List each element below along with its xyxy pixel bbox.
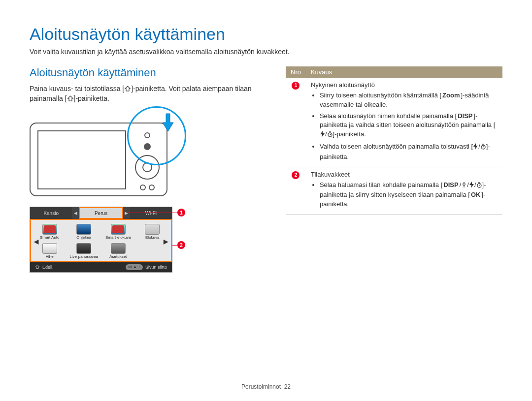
mode-icon-graphic <box>42 224 57 235</box>
row1-bullet3: Vaihda toiseen aloitusnäyttöön painamall… <box>320 142 498 162</box>
home-screen-wrapper: Kansio ◀ Perus ▶ Wi-Fi ◀ ▶ Smart AutoOhj… <box>30 207 187 273</box>
th-number: Nro <box>286 66 306 78</box>
mode-icon-label: Smart Auto <box>40 236 60 240</box>
mode-icon: Ohjelma <box>67 223 101 241</box>
table-row: 1 Nykyinen aloitusnäyttö Siirry toiseen … <box>286 78 502 167</box>
macro-icon <box>461 182 467 191</box>
camera-small-button <box>140 185 146 190</box>
row1-bullet1: Siirry toiseen aloitusnäyttöön kääntämäl… <box>320 91 498 110</box>
row1-title: Nykyinen aloitusnäyttö <box>311 81 498 90</box>
mode-icon-graphic <box>76 243 91 254</box>
back-group: Edell. <box>35 264 54 270</box>
callout-line <box>128 213 177 213</box>
icon-grid: ◀ ▶ Smart AutoOhjelmaSmart-elokuvaElokuv… <box>30 219 172 262</box>
tab-right: Wi-Fi <box>130 207 172 219</box>
callout-1: 1 <box>177 209 185 216</box>
tab-center-active: Perus <box>79 207 123 219</box>
bottom-bar: Edell. W ▲ T Sivun siirto <box>30 262 172 272</box>
page-intro: Voit valita kuvaustilan ja käyttää asetu… <box>30 48 502 56</box>
camera-bottom-buttons <box>140 185 155 190</box>
mode-icon-label: Asetukset <box>109 255 127 259</box>
mode-icon-label: Ohjelma <box>76 236 91 240</box>
callout-2: 2 <box>177 241 185 249</box>
timer-icon <box>327 131 333 140</box>
mode-icon-label: Elokuva <box>145 236 159 240</box>
right-column: Nro Kuvaus 1 Nykyinen aloitusnäyttö Siir… <box>286 66 502 273</box>
camera-diagram <box>30 110 182 199</box>
mode-icon-graphic <box>76 224 91 235</box>
description-table: Nro Kuvaus 1 Nykyinen aloitusnäyttö Siir… <box>286 66 502 215</box>
highlight-circle <box>127 106 186 165</box>
main-columns: Aloitusnäytön käyttäminen Paina kuvaus- … <box>30 66 502 273</box>
page-footer: Perustoiminnot 22 <box>0 383 532 390</box>
chevron-left-icon: ◀ <box>72 207 79 219</box>
timer-icon <box>480 143 486 153</box>
ok-key: OK <box>470 190 482 200</box>
row-number-badge: 2 <box>292 171 299 179</box>
flash-icon <box>320 131 325 140</box>
tab-left: Kansio <box>30 207 72 219</box>
footer-page-number: 22 <box>284 383 291 390</box>
row-number-badge: 1 <box>292 82 299 90</box>
timer-icon <box>476 182 482 191</box>
flash-icon <box>469 182 474 191</box>
tabs-row: Kansio ◀ Perus ▶ Wi-Fi <box>30 207 172 219</box>
home-icon <box>67 95 74 102</box>
instr-post: ]-painiketta. <box>74 94 109 102</box>
back-label: Edell. <box>42 265 54 270</box>
mode-icon-graphic <box>42 243 57 254</box>
camera-small-button <box>149 185 155 190</box>
mode-icon-graphic <box>145 224 160 235</box>
home-screen: Kansio ◀ Perus ▶ Wi-Fi ◀ ▶ Smart AutoOhj… <box>30 207 172 273</box>
mode-icon-label: Live-panoraama <box>69 255 98 259</box>
row2-title: Tilakuvakkeet <box>311 170 498 180</box>
disp-key: DISP <box>457 112 473 121</box>
instr-pre: Paina kuvaus- tai toistotilassa [ <box>30 85 124 93</box>
table-row: 2 Tilakuvakkeet Selaa haluamasi tilan ko… <box>286 167 502 214</box>
flash-icon <box>473 143 478 153</box>
mode-icon: Asetukset <box>101 242 135 260</box>
mode-icon-label: Aihe <box>46 255 54 259</box>
row1-bullet2: Selaa aloitusnäytön nimen kohdalle paina… <box>320 112 498 141</box>
camera-screen <box>37 130 126 189</box>
disp-key: DISP <box>442 181 459 190</box>
chevron-left-icon: ◀ <box>34 238 38 245</box>
footer-section: Perustoiminnot <box>241 383 281 390</box>
home-icon <box>124 85 131 92</box>
mode-icon-graphic <box>111 243 126 254</box>
instruction-text: Paina kuvaus- tai toistotilassa []-paini… <box>30 84 266 103</box>
mode-icon-label: Smart-elokuva <box>105 236 131 240</box>
page-title: Aloitusnäytön käyttäminen <box>30 25 502 44</box>
chevron-right-icon: ▶ <box>123 207 130 219</box>
zoom-key: Zoom <box>441 91 461 100</box>
row2-bullet1: Selaa haluamasi tilan kohdalle painamall… <box>320 181 498 210</box>
callout-line <box>172 245 177 246</box>
chevron-right-icon: ▶ <box>164 238 168 245</box>
zoom-label: Sivun siirto <box>145 265 167 270</box>
mode-icon: Live-panoraama <box>67 242 101 260</box>
home-icon <box>35 264 40 270</box>
zoom-group: W ▲ T Sivun siirto <box>126 264 167 270</box>
th-description: Kuvaus <box>306 66 502 78</box>
mode-icon: Smart-elokuva <box>101 223 135 241</box>
section-title: Aloitusnäytön käyttäminen <box>30 66 266 79</box>
zoom-pill-icon: W ▲ T <box>126 264 143 270</box>
left-column: Aloitusnäytön käyttäminen Paina kuvaus- … <box>30 66 266 273</box>
mode-icon-graphic <box>111 224 126 235</box>
